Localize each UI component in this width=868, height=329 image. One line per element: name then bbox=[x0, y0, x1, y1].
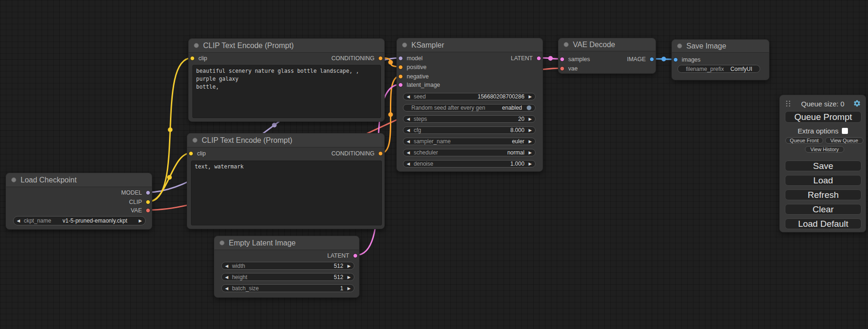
conditioning-output-port[interactable] bbox=[378, 151, 383, 156]
node-load-checkpoint[interactable]: Load Checkpoint MODEL CLIP VAE ◀ ckpt_na… bbox=[6, 173, 152, 230]
prompt-text-area[interactable]: beautiful scenery nature glass bottle la… bbox=[192, 65, 381, 118]
latent-output-port[interactable] bbox=[536, 56, 541, 61]
collapse-dot-icon[interactable] bbox=[564, 42, 569, 47]
collapse-dot-icon[interactable] bbox=[219, 240, 225, 245]
output-slot-conditioning: CONDITIONING bbox=[332, 55, 383, 62]
node-save-image[interactable]: Save Image images filename_prefix ComfyU… bbox=[671, 39, 769, 80]
increment-arrow-icon[interactable]: ▶ bbox=[347, 286, 351, 291]
gear-icon[interactable] bbox=[853, 99, 861, 107]
output-label: VAE bbox=[131, 207, 142, 214]
clip-input-port[interactable] bbox=[190, 56, 195, 61]
decrement-arrow-icon[interactable]: ◀ bbox=[407, 117, 410, 121]
node-vae-decode[interactable]: VAE Decode samples vae IMAGE bbox=[558, 38, 656, 74]
refresh-button[interactable]: Refresh bbox=[785, 189, 861, 200]
decrement-arrow-icon[interactable]: ◀ bbox=[17, 218, 20, 223]
collapse-dot-icon[interactable] bbox=[402, 42, 407, 48]
height-widget[interactable]: ◀ height 512 ▶ bbox=[221, 273, 354, 281]
node-title-bar[interactable]: Save Image bbox=[672, 40, 769, 53]
image-output-port[interactable] bbox=[649, 57, 654, 62]
node-title-bar[interactable]: VAE Decode bbox=[558, 38, 656, 51]
latent-image-input-port[interactable] bbox=[398, 83, 403, 87]
view-history-button[interactable]: View History bbox=[805, 146, 844, 153]
input-label: clip bbox=[198, 55, 207, 62]
decrement-arrow-icon[interactable]: ◀ bbox=[407, 128, 410, 133]
load-default-button[interactable]: Load Default bbox=[785, 218, 861, 229]
denoise-widget[interactable]: ◀ denoise 1.000 ▶ bbox=[403, 160, 536, 168]
decrement-arrow-icon[interactable]: ◀ bbox=[407, 161, 410, 166]
filename-prefix-widget[interactable]: filename_prefix ComfyUI bbox=[677, 65, 760, 73]
collapse-dot-icon[interactable] bbox=[192, 138, 198, 143]
steps-widget[interactable]: ◀ steps 20 ▶ bbox=[403, 115, 536, 123]
node-clip-text-encode-negative[interactable]: CLIP Text Encode (Prompt) clip CONDITION… bbox=[187, 133, 385, 229]
view-queue-button[interactable]: View Queue bbox=[825, 137, 863, 144]
increment-arrow-icon[interactable]: ▶ bbox=[529, 117, 532, 121]
save-button[interactable]: Save bbox=[785, 161, 861, 171]
vae-input-port[interactable] bbox=[560, 66, 565, 71]
toggle-knob[interactable] bbox=[526, 105, 532, 111]
decrement-arrow-icon[interactable]: ◀ bbox=[225, 286, 228, 291]
random-seed-toggle-widget[interactable]: Random seed after every gen enabled bbox=[403, 104, 536, 112]
model-output-port[interactable] bbox=[146, 190, 150, 195]
link-midpoint-dot bbox=[272, 123, 277, 127]
vae-output-port[interactable] bbox=[146, 208, 150, 213]
input-label: samples bbox=[568, 56, 590, 63]
node-title: KSampler bbox=[411, 41, 444, 49]
latent-output-port[interactable] bbox=[353, 253, 358, 258]
decrement-arrow-icon[interactable]: ◀ bbox=[225, 275, 228, 280]
input-slot-samples: samples bbox=[560, 56, 590, 63]
ckpt-name-widget[interactable]: ◀ ckpt_name v1-5-pruned-emaonly.ckpt ▶ bbox=[13, 216, 146, 225]
increment-arrow-icon[interactable]: ▶ bbox=[529, 161, 532, 166]
node-title-bar[interactable]: CLIP Text Encode (Prompt) bbox=[189, 39, 384, 53]
decrement-arrow-icon[interactable]: ◀ bbox=[407, 139, 410, 144]
node-empty-latent-image[interactable]: Empty Latent Image LATENT ◀ width 512 ▶ … bbox=[214, 236, 360, 298]
increment-arrow-icon[interactable]: ▶ bbox=[529, 139, 532, 144]
node-title-bar[interactable]: KSampler bbox=[397, 38, 543, 52]
increment-arrow-icon[interactable]: ▶ bbox=[139, 218, 142, 223]
queue-prompt-button[interactable]: Queue Prompt bbox=[785, 111, 861, 123]
images-input-port[interactable] bbox=[673, 57, 678, 62]
increment-arrow-icon[interactable]: ▶ bbox=[347, 275, 351, 280]
sampler-name-widget[interactable]: ◀ sampler_name euler ▶ bbox=[403, 138, 536, 145]
samples-input-port[interactable] bbox=[560, 57, 565, 62]
load-button[interactable]: Load bbox=[785, 175, 861, 186]
conditioning-output-port[interactable] bbox=[378, 56, 383, 61]
queue-front-button[interactable]: Queue Front bbox=[785, 137, 823, 144]
increment-arrow-icon[interactable]: ▶ bbox=[347, 264, 351, 268]
input-slot-positive: positive bbox=[398, 63, 426, 71]
node-title-bar[interactable]: CLIP Text Encode (Prompt) bbox=[187, 133, 384, 147]
node-title-bar[interactable]: Load Checkpoint bbox=[6, 173, 152, 187]
extra-options-checkbox[interactable] bbox=[842, 128, 848, 134]
collapse-dot-icon[interactable] bbox=[11, 177, 16, 182]
output-slot-clip: CLIP bbox=[129, 198, 150, 206]
model-input-port[interactable] bbox=[398, 56, 403, 61]
input-label: negative bbox=[407, 73, 429, 80]
extra-options-label: Extra options bbox=[797, 127, 839, 135]
link-midpoint-dot bbox=[662, 57, 666, 62]
collapse-dot-icon[interactable] bbox=[194, 43, 199, 48]
output-label: CONDITIONING bbox=[332, 55, 374, 62]
node-clip-text-encode-positive[interactable]: CLIP Text Encode (Prompt) clip CONDITION… bbox=[188, 38, 385, 122]
width-widget[interactable]: ◀ width 512 ▶ bbox=[221, 262, 354, 270]
decrement-arrow-icon[interactable]: ◀ bbox=[225, 264, 228, 268]
increment-arrow-icon[interactable]: ▶ bbox=[529, 94, 532, 99]
clip-output-port[interactable] bbox=[146, 200, 150, 204]
output-slot-conditioning: CONDITIONING bbox=[332, 150, 383, 157]
decrement-arrow-icon[interactable]: ◀ bbox=[407, 150, 410, 155]
clip-input-port[interactable] bbox=[189, 151, 193, 156]
cfg-widget[interactable]: ◀ cfg 8.000 ▶ bbox=[403, 126, 536, 134]
negative-input-port[interactable] bbox=[398, 74, 403, 79]
node-title: Empty Latent Image bbox=[229, 239, 296, 247]
positive-input-port[interactable] bbox=[398, 65, 403, 70]
seed-widget[interactable]: ◀ seed 156680208700286 ▶ bbox=[403, 93, 536, 100]
prompt-text-area[interactable]: text, watermark bbox=[191, 161, 382, 225]
comfyui-canvas[interactable]: { "colors": { "model": "#b2a4d8", "clip"… bbox=[0, 0, 868, 329]
collapse-dot-icon[interactable] bbox=[677, 43, 682, 49]
decrement-arrow-icon[interactable]: ◀ bbox=[407, 94, 410, 99]
scheduler-widget[interactable]: ◀ scheduler normal ▶ bbox=[403, 149, 536, 156]
increment-arrow-icon[interactable]: ▶ bbox=[529, 128, 532, 133]
node-ksampler[interactable]: KSampler model positive negative latent_… bbox=[396, 38, 543, 172]
increment-arrow-icon[interactable]: ▶ bbox=[529, 150, 532, 155]
node-title-bar[interactable]: Empty Latent Image bbox=[214, 236, 359, 250]
batch-size-widget[interactable]: ◀ batch_size 1 ▶ bbox=[221, 284, 354, 292]
clear-button[interactable]: Clear bbox=[785, 204, 861, 215]
